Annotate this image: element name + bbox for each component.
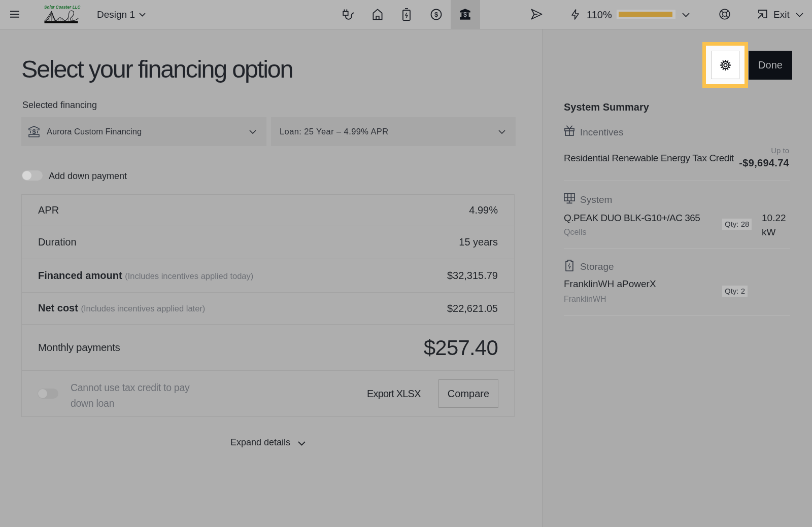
svg-text:$: $ [32, 128, 36, 135]
svg-text:$: $ [434, 11, 438, 18]
svg-text:$: $ [463, 11, 467, 18]
